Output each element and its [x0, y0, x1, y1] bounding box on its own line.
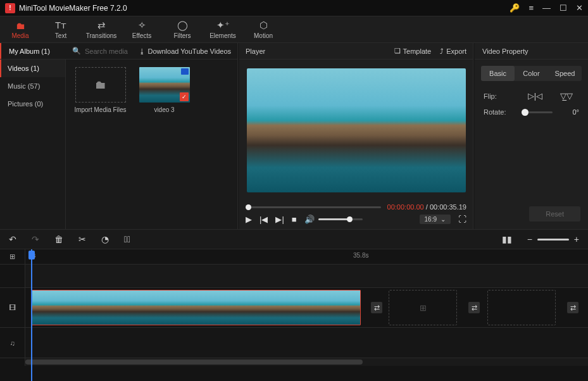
property-panel: Video Property Basic Color Speed Flip: ▷…: [475, 43, 588, 229]
tab-effects[interactable]: ✧Effects: [122, 16, 162, 42]
playhead[interactable]: [31, 249, 32, 381]
rotate-slider[interactable]: [522, 111, 553, 113]
undo-button[interactable]: ↶: [9, 234, 16, 244]
flip-vertical-button[interactable]: ▽̲▽: [560, 91, 573, 101]
prev-frame-button[interactable]: |◀: [260, 215, 268, 224]
rotate-value: 0°: [560, 108, 579, 116]
video-badge-icon: [181, 68, 189, 75]
media-label: video 3: [154, 106, 174, 113]
maximize-icon[interactable]: ☐: [560, 3, 567, 13]
tab-basic[interactable]: Basic: [481, 66, 515, 81]
app-logo: !: [5, 3, 15, 13]
time-ruler[interactable]: 0s 35.8s: [25, 249, 588, 264]
close-icon[interactable]: ✕: [576, 3, 583, 13]
category-music[interactable]: Music (57): [0, 77, 65, 95]
album-tab[interactable]: My Album (1): [0, 43, 66, 59]
preview-area: [239, 59, 473, 201]
stop-button[interactable]: ■: [292, 215, 297, 224]
add-track-button[interactable]: ⊞: [0, 249, 25, 264]
tab-media[interactable]: 🖿Media: [0, 16, 41, 42]
text-icon: Tᴛ: [55, 20, 66, 31]
chevron-down-icon: ⌄: [441, 216, 446, 223]
horizontal-scrollbar[interactable]: [25, 358, 588, 366]
tab-transitions[interactable]: ⇄Transitions: [81, 16, 122, 42]
checkmark-icon: ✓: [180, 92, 189, 101]
title-bar: ! MiniTool MovieMaker Free 7.2.0 🔑 ≡ — ☐…: [0, 0, 588, 16]
rotate-label: Rotate:: [484, 108, 514, 116]
tab-filters[interactable]: ◯Filters: [162, 16, 203, 42]
redo-button[interactable]: ↷: [32, 234, 39, 244]
transition-button[interactable]: ⇄: [468, 302, 480, 313]
download-icon: ⭳: [139, 47, 146, 55]
template-icon: ❏: [394, 47, 401, 55]
next-frame-button[interactable]: ▶|: [275, 215, 284, 224]
preview-image[interactable]: [247, 68, 466, 192]
tab-color[interactable]: Color: [515, 66, 548, 81]
flip-label: Flip:: [484, 92, 514, 100]
video-clip[interactable]: [32, 290, 361, 325]
volume-icon[interactable]: 🔊: [304, 215, 315, 224]
elements-icon: ✦⁺: [216, 20, 230, 31]
download-youtube-link[interactable]: ⭳Download YouTube Videos: [139, 47, 238, 55]
tab-elements[interactable]: ✦⁺Elements: [203, 16, 243, 42]
player-panel: Player ❏Template ⤴Export 00:00:00.00 / 0…: [239, 43, 473, 229]
app-title: MiniTool MovieMaker Free 7.2.0: [19, 4, 510, 13]
video-track-icon[interactable]: 🎞: [0, 288, 25, 327]
tab-text[interactable]: TᴛText: [41, 16, 81, 42]
empty-clip-slot[interactable]: [487, 290, 556, 325]
property-title: Video Property: [475, 43, 588, 59]
audio-indicator-icon[interactable]: ▮▮: [502, 234, 512, 244]
zoom-in-button[interactable]: +: [574, 234, 579, 244]
transition-button[interactable]: ⇄: [567, 302, 579, 313]
transition-button[interactable]: ⇄: [371, 302, 382, 313]
seek-slider[interactable]: [246, 206, 381, 208]
main-toolbar: 🖿Media TᴛText ⇄Transitions ✧Effects ◯Fil…: [0, 16, 588, 43]
empty-clip-slot[interactable]: ⊞: [389, 290, 457, 325]
speed-button[interactable]: ◔: [101, 234, 109, 244]
timecode: 00:00:00.00 / 00:00:35.19: [387, 203, 466, 211]
aspect-ratio-select[interactable]: 16:9⌄: [420, 215, 451, 224]
timeline-toolbar: ↶ ↷ 🗑 ✂ ◔ ✂⃞ ▮▮ − +: [0, 229, 588, 249]
player-label: Player: [246, 47, 385, 55]
search-input[interactable]: 🔍Search media: [66, 47, 139, 55]
category-pictures[interactable]: Pictures (0): [0, 95, 65, 113]
audio-track[interactable]: [25, 328, 588, 358]
timeline: ⊞ 0s 35.8s 🎞 ⇄ ⊞ ⇄ ⇄ ♫: [0, 249, 588, 381]
tab-speed[interactable]: Speed: [548, 66, 582, 81]
flip-horizontal-button[interactable]: ▷|◁: [528, 91, 542, 101]
audio-track-icon[interactable]: ♫: [0, 328, 25, 358]
zoom-slider[interactable]: [537, 239, 569, 240]
folder-icon: 🖿: [95, 78, 106, 92]
key-icon[interactable]: 🔑: [510, 3, 520, 13]
play-button[interactable]: ▶: [246, 215, 252, 224]
volume-slider[interactable]: [318, 218, 363, 220]
reset-button[interactable]: Reset: [529, 206, 580, 222]
import-label: Import Media Files: [74, 106, 126, 113]
media-panel: My Album (1) 🔍Search media ⭳Download You…: [0, 43, 238, 229]
transitions-icon: ⇄: [97, 20, 106, 31]
search-icon: 🔍: [72, 47, 81, 55]
motion-icon: ⬡: [260, 20, 268, 31]
crop-button[interactable]: ✂⃞: [124, 234, 130, 244]
filters-icon: ◯: [177, 20, 188, 31]
media-grid: 🖿 Import Media Files ✓ video 3: [66, 59, 237, 229]
delete-button[interactable]: 🗑: [54, 234, 63, 244]
export-icon: ⤴: [440, 47, 444, 55]
effects-icon: ✧: [138, 20, 146, 31]
menu-icon[interactable]: ≡: [529, 3, 534, 13]
fullscreen-button[interactable]: ⛶: [458, 215, 466, 224]
minimize-icon[interactable]: —: [542, 3, 551, 13]
category-videos[interactable]: Videos (1): [0, 59, 65, 77]
split-button[interactable]: ✂: [78, 234, 86, 244]
zoom-out-button[interactable]: −: [527, 234, 532, 244]
category-list: Videos (1) Music (57) Pictures (0): [0, 59, 66, 229]
folder-icon: 🖿: [16, 20, 25, 31]
import-media-button[interactable]: 🖿: [75, 67, 126, 103]
template-button[interactable]: ❏Template: [394, 47, 432, 55]
export-button[interactable]: ⤴Export: [440, 47, 466, 55]
media-thumbnail[interactable]: ✓: [139, 67, 190, 103]
property-tabs: Basic Color Speed: [481, 66, 582, 81]
tab-motion[interactable]: ⬡Motion: [243, 16, 284, 42]
